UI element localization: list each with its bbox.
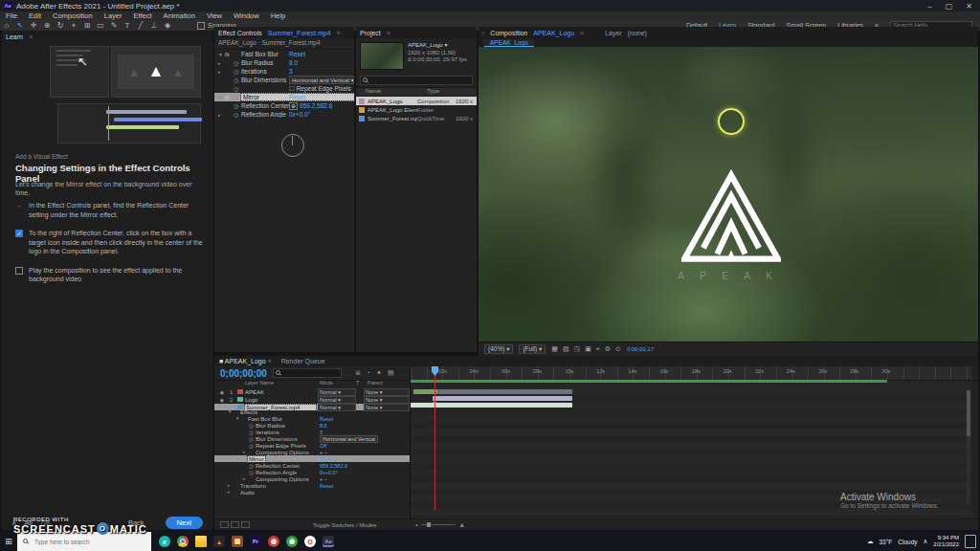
timeline-footer-toggles[interactable]	[214, 521, 256, 528]
timeline-property-row[interactable]: ▼ Mirror Reset	[214, 455, 410, 462]
column-type[interactable]: Type	[427, 88, 465, 96]
timeline-zoom-slider[interactable]: ▲ ▲	[414, 521, 465, 528]
taskbar-opera-icon[interactable]: O	[304, 536, 316, 547]
effect-property-row[interactable]: ▸ ◷ Reflection Angle 0x+0.0°	[214, 110, 354, 119]
angle-dial-control[interactable]	[281, 134, 304, 157]
stopwatch-icon[interactable]: ◷	[234, 111, 241, 118]
column-name[interactable]: Name	[356, 88, 427, 96]
rotate-tool-icon[interactable]: ↻	[54, 21, 67, 31]
timeline-property-row[interactable]: ◷ Reflection Angle 0x+0.0°	[214, 469, 410, 475]
layer-name[interactable]: Logo	[245, 397, 314, 403]
layer-bar-logo[interactable]	[433, 396, 572, 401]
menu-item[interactable]: View	[201, 11, 228, 20]
property-value[interactable]: 8.0	[289, 59, 298, 66]
menu-item[interactable]: Animation	[158, 11, 201, 20]
zoom-out-icon[interactable]: ▲	[414, 522, 418, 527]
puppet-pin-tool-icon[interactable]: ⊥	[147, 21, 161, 31]
timeline-search-input[interactable]	[276, 369, 354, 378]
transparency-grid-icon[interactable]: ▣	[585, 345, 591, 353]
property-value[interactable]: Horizontal and Vertical ▾	[289, 76, 354, 84]
menu-item[interactable]: Composition	[47, 11, 99, 20]
stopwatch-icon[interactable]: ◷	[249, 443, 256, 449]
home-icon[interactable]: ⌂	[0, 21, 13, 31]
start-button[interactable]: ⊞	[0, 537, 17, 546]
taskbar-app-icon[interactable]: ▦	[232, 536, 243, 547]
project-search[interactable]	[360, 76, 473, 85]
property-value[interactable]: + −	[320, 450, 327, 455]
stopwatch-icon[interactable]: ◷	[249, 463, 256, 469]
timeline-comp-tab[interactable]: ■ APEAK_Logo ≡	[219, 358, 272, 364]
parent-link-dropdown[interactable]: None ▾	[364, 396, 410, 404]
timeline-property-row[interactable]: ▼ Fast Box Blur Reset	[214, 415, 410, 422]
stopwatch-icon[interactable]: ◷	[249, 436, 256, 442]
settings-gear-icon[interactable]: ⚙	[605, 345, 611, 353]
region-of-interest-icon[interactable]: ◳	[574, 345, 581, 353]
mask-toggle-icon[interactable]: ▧	[563, 345, 569, 353]
menu-item[interactable]: Window	[228, 11, 265, 20]
type-tool-icon[interactable]: T	[121, 21, 134, 31]
project-tab[interactable]: Project	[360, 30, 381, 36]
blend-mode-dropdown[interactable]: Normal ▾	[318, 396, 356, 404]
shy-layers-icon[interactable]: ✦	[376, 369, 382, 377]
step-marker-icon[interactable]	[15, 267, 23, 275]
weather-desc[interactable]: Cloudy	[898, 539, 917, 545]
learn-panel-tab[interactable]: Learn	[6, 33, 23, 40]
parent-link-dropdown[interactable]: None ▾	[364, 388, 410, 396]
menu-item[interactable]: File	[0, 11, 23, 20]
next-button[interactable]: Next	[166, 517, 203, 529]
taskbar-search-input[interactable]	[33, 538, 147, 546]
twirl-icon[interactable]: ▼	[228, 409, 234, 414]
property-value[interactable]: 3	[289, 68, 293, 75]
menu-item[interactable]: Help	[265, 11, 291, 20]
menu-item[interactable]: Effect	[127, 11, 157, 20]
stopwatch-icon[interactable]: ◷	[234, 85, 241, 92]
property-value[interactable]: Reset	[320, 416, 333, 422]
close-button[interactable]: ✕	[966, 2, 972, 11]
twirl-icon[interactable]: ▸	[218, 60, 225, 66]
current-time-indicator[interactable]	[434, 366, 435, 510]
twirl-icon[interactable]: ▼	[235, 456, 241, 461]
effect-property-row[interactable]: ▸ ◷ Iterations 3	[214, 67, 354, 76]
panel-menu-icon[interactable]: ≡	[580, 30, 584, 36]
lesson-step[interactable]: → In the Effect Controls panel, find the…	[15, 201, 203, 219]
property-value[interactable]: 8.0	[320, 423, 327, 429]
effect-property-row[interactable]: ▼ fx Mirror Reset	[214, 93, 354, 101]
column-parent[interactable]: Parent	[368, 380, 383, 386]
twirl-icon[interactable]: ▸	[243, 450, 249, 454]
lesson-step[interactable]: Play the composition to see the effect a…	[15, 266, 203, 284]
stopwatch-icon[interactable]: ◷	[234, 59, 241, 66]
render-queue-tab[interactable]: Render Queue	[281, 358, 325, 364]
taskbar-app-red-icon[interactable]: ◍	[268, 536, 279, 547]
taskbar-search[interactable]	[17, 532, 151, 551]
effect-property-row[interactable]: ◷ Blur Dimensions Horizontal and Vertica…	[214, 76, 354, 84]
menu-item[interactable]: Layer	[99, 11, 128, 20]
timeline-property-row[interactable]: ◷ Blur Radius 8.0	[214, 422, 410, 429]
pan-behind-tool-icon[interactable]: ⊞	[80, 21, 94, 31]
column-trkmat[interactable]: T	[356, 380, 359, 386]
timeline-property-row[interactable]: ◷ Reflection Center 959.2,582.6	[214, 462, 410, 469]
stopwatch-icon[interactable]: ◷	[249, 423, 256, 429]
twirl-icon[interactable]: ▸	[228, 490, 234, 495]
chevron-left-icon[interactable]: ‹	[482, 30, 484, 36]
timeline-property-row[interactable]: ◷ Repeat Edge Pixels Off	[214, 442, 410, 449]
stopwatch-icon[interactable]: ◷	[234, 102, 241, 109]
twirl-icon[interactable]: ▸	[243, 476, 249, 481]
camera-settings-icon[interactable]: ⌖	[596, 345, 600, 353]
stopwatch-icon[interactable]: ◷	[249, 430, 256, 435]
panel-menu-icon[interactable]: ≡	[29, 33, 33, 40]
twirl-icon[interactable]: ▼	[218, 95, 225, 100]
effect-property-row[interactable]: ▼ fx Fast Box Blur Reset	[214, 50, 354, 58]
zoom-tool-icon[interactable]: ⊕	[40, 21, 54, 31]
maximize-button[interactable]: ▢	[946, 2, 953, 11]
taskbar-chrome-icon[interactable]	[177, 536, 189, 547]
property-value[interactable]: 0x+0.0°	[320, 470, 338, 475]
twirl-icon[interactable]: ▸	[228, 483, 234, 488]
grid-icon[interactable]: ▦	[551, 345, 558, 353]
blend-mode-dropdown[interactable]: Normal ▾	[318, 388, 356, 396]
property-value[interactable]: 959.2,582.6	[289, 102, 332, 109]
taskbar-vlc-icon[interactable]: ▲	[213, 536, 225, 547]
draft-3d-icon[interactable]: ◔	[367, 369, 370, 377]
selection-tool-icon[interactable]: ↖	[13, 21, 27, 31]
property-value[interactable]: Off	[320, 443, 326, 449]
pen-tool-icon[interactable]: ✎	[107, 21, 121, 31]
